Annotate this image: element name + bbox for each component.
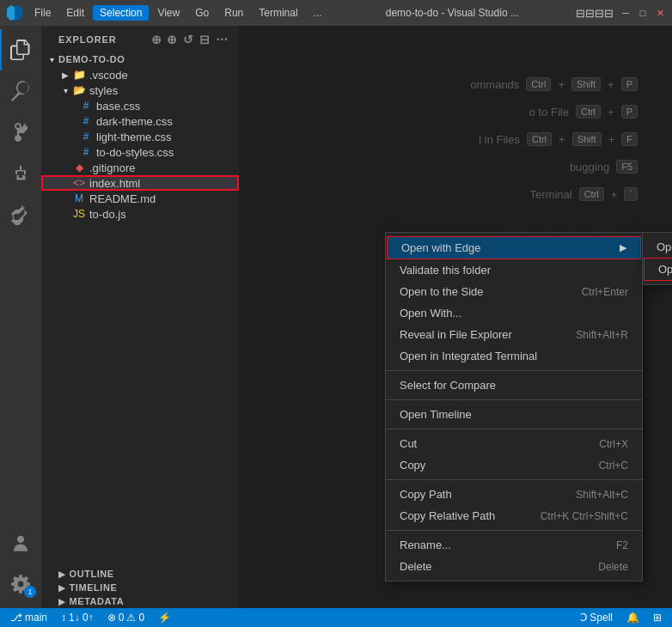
context-open-with-edge[interactable]: Open with Edge ▶: [388, 237, 640, 259]
tree-readme[interactable]: ▶ M README.md: [41, 191, 239, 206]
metadata-arrow: ▶: [58, 597, 66, 606]
tree-index-html[interactable]: ▶ <> index.html: [41, 175, 239, 191]
new-file-icon[interactable]: ⊕: [151, 33, 162, 46]
gitignore-label: .gitignore: [89, 161, 239, 174]
context-open-terminal[interactable]: Open in Integrated Terminal: [386, 345, 642, 367]
status-sync[interactable]: ↕ 1↓ 0↑: [58, 612, 97, 624]
status-layout[interactable]: ⊞: [650, 612, 665, 624]
activity-extensions[interactable]: [0, 194, 41, 235]
submenu-arrow: ▶: [620, 242, 626, 253]
menu-selection[interactable]: Selection: [93, 5, 149, 21]
tree-dark-theme-css[interactable]: # dark-theme.css: [41, 113, 239, 129]
context-copy-path[interactable]: Copy Path Shift+Alt+C: [386, 484, 642, 505]
window-controls[interactable]: ─ □ ✕: [620, 8, 665, 18]
status-spell[interactable]: Ↄ Spell: [577, 612, 616, 624]
refresh-icon[interactable]: ↺: [183, 33, 194, 46]
activity-accounts[interactable]: [0, 522, 41, 563]
context-open-side[interactable]: Open to the Side Ctrl+Enter: [386, 281, 642, 302]
close-button[interactable]: ✕: [655, 8, 665, 18]
base-css-label: base.css: [96, 100, 239, 113]
open-terminal-label: Open in Integrated Terminal: [400, 350, 537, 362]
tree-vscode[interactable]: ▶ 📁 .vscode: [41, 67, 239, 82]
activity-settings[interactable]: [0, 563, 41, 605]
activity-source-control[interactable]: [0, 112, 41, 153]
css-icon: #: [79, 130, 93, 143]
select-compare-label: Select for Compare: [400, 379, 496, 392]
section-metadata[interactable]: ▶ METADATA: [41, 594, 239, 608]
status-left: ⎇ main ↕ 1↓ 0↑ ⊗ 0 ⚠ 0 ⚡: [7, 612, 174, 624]
tree-todo-styles-css[interactable]: # to-do-styles.css: [41, 144, 239, 160]
reveal-left: Reveal in File Explorer: [400, 328, 512, 341]
menu-run[interactable]: Run: [217, 5, 250, 21]
section-outline[interactable]: ▶ OUTLINE: [41, 567, 239, 581]
main-layout: EXPLORER ⊕ ⊕ ↺ ⊟ ⋯ ▾ DEMO-TO-DO ▶ 📁 .vsc…: [0, 26, 672, 608]
menu-terminal[interactable]: Terminal: [252, 5, 304, 21]
context-open-with[interactable]: Open With...: [386, 302, 642, 324]
section-timeline[interactable]: ▶ TIMELINE: [41, 581, 239, 594]
select-compare-left: Select for Compare: [400, 379, 496, 392]
editor-area: ommands Ctrl + Shift + P o to File Ctrl …: [239, 26, 672, 608]
more-actions-icon[interactable]: ⋯: [216, 33, 229, 46]
new-folder-icon[interactable]: ⊕: [167, 33, 178, 46]
activity-search[interactable]: [0, 70, 41, 112]
menu-view[interactable]: View: [150, 5, 186, 21]
js-icon: JS: [72, 207, 86, 221]
menu-more[interactable]: ...: [307, 5, 329, 21]
light-theme-label: light-theme.css: [96, 131, 239, 143]
activity-explorer[interactable]: [0, 29, 41, 70]
open-with-left: Open With...: [400, 307, 461, 320]
minimize-button[interactable]: ─: [620, 8, 631, 18]
sidebar: EXPLORER ⊕ ⊕ ↺ ⊟ ⋯ ▾ DEMO-TO-DO ▶ 📁 .vsc…: [41, 26, 239, 608]
bell-icon: 🔔: [626, 612, 639, 624]
tree-gitignore[interactable]: ▶ ◆ .gitignore: [41, 160, 239, 175]
context-copy[interactable]: Copy Ctrl+C: [386, 454, 642, 476]
tree-project-root[interactable]: ▾ DEMO-TO-DO: [41, 52, 239, 67]
tree-styles[interactable]: ▾ 📂 styles: [41, 82, 239, 98]
vscode-logo: [7, 5, 22, 21]
sidebar-sections: ▶ OUTLINE ▶ TIMELINE ▶ METADATA: [41, 567, 239, 608]
rename-shortcut: F2: [616, 539, 628, 551]
activity-run-debug[interactable]: [0, 153, 41, 194]
copy-rel-label: Copy Relative Path: [400, 509, 495, 522]
timeline-arrow: ▶: [58, 583, 66, 593]
submenu-open-browser[interactable]: Open Browser: [643, 236, 672, 258]
delete-left: Delete: [400, 560, 432, 573]
status-errors[interactable]: ⊗ 0 ⚠ 0: [104, 612, 148, 624]
tree-todo-js[interactable]: ▶ JS to-do.js: [41, 206, 239, 222]
menu-file[interactable]: File: [27, 5, 58, 21]
cut-shortcut: Ctrl+X: [599, 438, 628, 450]
submenu-open-devtools[interactable]: Open Browser with DevTools: [644, 258, 672, 281]
context-copy-relative-path[interactable]: Copy Relative Path Ctrl+K Ctrl+Shift+C: [386, 505, 642, 527]
dark-theme-label: dark-theme.css: [96, 115, 239, 128]
copy-rel-shortcut: Ctrl+K Ctrl+Shift+C: [541, 510, 628, 522]
svg-marker-1: [7, 5, 15, 21]
context-open-timeline[interactable]: Open Timeline: [386, 404, 642, 425]
status-branch[interactable]: ⎇ main: [7, 612, 51, 624]
sync-count: 1↓ 0↑: [69, 612, 94, 624]
status-notification[interactable]: 🔔: [623, 612, 643, 624]
open-edge-label: Open with Edge: [401, 241, 481, 254]
project-name: DEMO-TO-DO: [58, 54, 239, 64]
menu-bar: File Edit Selection View Go Run Terminal…: [27, 5, 329, 21]
context-select-compare[interactable]: Select for Compare: [386, 374, 642, 396]
context-rename[interactable]: Rename... F2: [386, 534, 642, 556]
cut-label: Cut: [400, 437, 417, 450]
context-delete[interactable]: Delete Delete: [386, 556, 642, 577]
menu-go[interactable]: Go: [188, 5, 216, 21]
tree-light-theme-css[interactable]: # light-theme.css: [41, 129, 239, 144]
folder-icon: 📁: [72, 68, 86, 82]
tree-base-css[interactable]: # base.css: [41, 98, 239, 113]
context-validate[interactable]: Validate this folder: [386, 259, 642, 281]
maximize-button[interactable]: □: [638, 8, 648, 18]
css-icon: #: [79, 114, 93, 128]
status-lightning[interactable]: ⚡: [155, 612, 174, 624]
error-count: 0: [119, 612, 125, 624]
context-cut[interactable]: Cut Ctrl+X: [386, 433, 642, 454]
sync-icon: ↕: [61, 612, 66, 624]
collapse-icon[interactable]: ⊟: [199, 33, 211, 46]
menu-edit[interactable]: Edit: [59, 5, 91, 21]
readme-label: README.md: [89, 192, 239, 205]
copy-path-left: Copy Path: [400, 488, 452, 501]
context-reveal-explorer[interactable]: Reveal in File Explorer Shift+Alt+R: [386, 324, 642, 345]
outline-arrow: ▶: [58, 569, 66, 579]
